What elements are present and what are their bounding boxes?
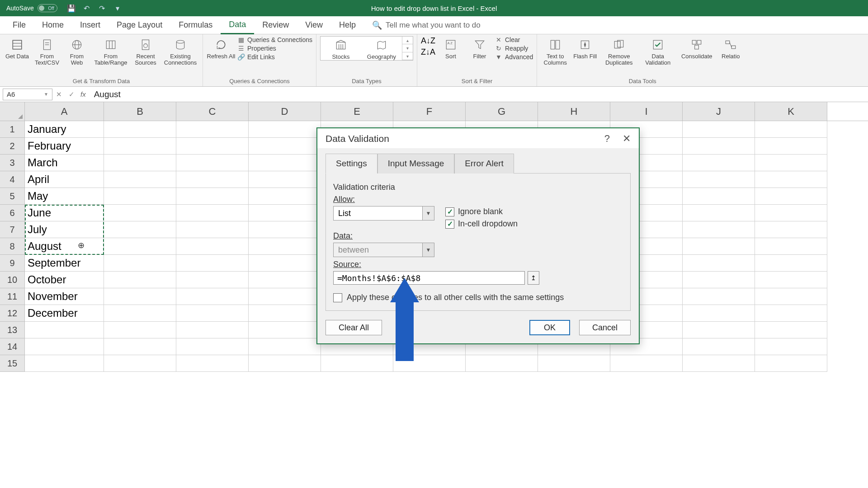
qat-customize-icon[interactable]: ▾ bbox=[113, 3, 123, 13]
data-types-gallery[interactable]: Stocks Geography ▴▾▾ bbox=[320, 36, 413, 61]
enter-formula-icon[interactable]: ✓ bbox=[65, 90, 78, 99]
clear-all-button[interactable]: Clear All bbox=[326, 320, 382, 335]
cell[interactable]: November bbox=[25, 288, 104, 305]
cell[interactable] bbox=[104, 338, 176, 355]
stocks-button[interactable]: Stocks bbox=[321, 37, 361, 60]
row-header[interactable]: 6 bbox=[0, 205, 25, 221]
source-input[interactable] bbox=[333, 271, 525, 285]
cell[interactable] bbox=[176, 238, 249, 255]
cell[interactable] bbox=[755, 272, 827, 288]
remove-duplicates-button[interactable]: Remove Duplicates bbox=[600, 36, 637, 66]
consolidate-button[interactable]: Consolidate bbox=[678, 36, 715, 60]
cell[interactable] bbox=[755, 338, 827, 355]
tab-settings[interactable]: Settings bbox=[326, 154, 377, 174]
cell[interactable]: October bbox=[25, 272, 104, 288]
queries-connections-button[interactable]: ▦Queries & Connections bbox=[237, 36, 312, 43]
cell[interactable] bbox=[104, 205, 176, 221]
cell[interactable] bbox=[755, 322, 827, 338]
autosave-toggle[interactable]: Off bbox=[38, 4, 57, 12]
cell[interactable]: April bbox=[25, 171, 104, 188]
chevron-down-icon[interactable]: ▼ bbox=[423, 206, 434, 221]
refresh-all-button[interactable]: Refresh All bbox=[207, 36, 236, 60]
cell[interactable] bbox=[104, 272, 176, 288]
cell[interactable] bbox=[176, 255, 249, 272]
cell[interactable]: July bbox=[25, 221, 104, 238]
cell[interactable]: December bbox=[25, 305, 104, 322]
redo-icon[interactable]: ↷ bbox=[97, 3, 107, 13]
col-header[interactable]: A bbox=[25, 102, 104, 121]
cell[interactable] bbox=[683, 221, 755, 238]
ignore-blank-checkbox[interactable]: ✓Ignore blank bbox=[445, 207, 518, 216]
undo-icon[interactable]: ↶ bbox=[82, 3, 92, 13]
from-text-csv-button[interactable]: From Text/CSV bbox=[33, 36, 61, 66]
close-icon[interactable]: ✕ bbox=[623, 133, 631, 145]
save-icon[interactable]: 💾 bbox=[66, 3, 76, 13]
row-header[interactable]: 5 bbox=[0, 188, 25, 205]
row-header[interactable]: 1 bbox=[0, 121, 25, 138]
cell[interactable] bbox=[104, 355, 176, 372]
tab-input-message[interactable]: Input Message bbox=[377, 154, 455, 174]
cell[interactable] bbox=[104, 322, 176, 338]
cell[interactable] bbox=[249, 288, 321, 305]
cell[interactable] bbox=[249, 171, 321, 188]
cell[interactable] bbox=[249, 188, 321, 205]
flash-fill-button[interactable]: Flash Fill bbox=[571, 36, 599, 60]
cell[interactable] bbox=[755, 188, 827, 205]
cell[interactable] bbox=[176, 138, 249, 155]
tab-review[interactable]: Review bbox=[254, 17, 297, 33]
col-header[interactable]: B bbox=[104, 102, 176, 121]
formula-input[interactable]: August bbox=[89, 89, 868, 99]
cell[interactable] bbox=[104, 221, 176, 238]
cell[interactable] bbox=[176, 288, 249, 305]
cell[interactable]: September bbox=[25, 255, 104, 272]
cell[interactable] bbox=[683, 238, 755, 255]
tab-insert[interactable]: Insert bbox=[72, 17, 108, 33]
col-header[interactable]: K bbox=[755, 102, 827, 121]
cell[interactable] bbox=[755, 171, 827, 188]
tell-me[interactable]: 🔍 Tell me what you want to do bbox=[372, 20, 481, 30]
cell[interactable] bbox=[104, 188, 176, 205]
col-header[interactable]: J bbox=[683, 102, 755, 121]
cell[interactable] bbox=[683, 171, 755, 188]
cell[interactable]: January bbox=[25, 121, 104, 138]
cell[interactable] bbox=[755, 221, 827, 238]
cell[interactable] bbox=[176, 155, 249, 171]
relationships-button[interactable]: Relatio bbox=[717, 36, 744, 60]
cell[interactable] bbox=[683, 338, 755, 355]
cell[interactable] bbox=[104, 171, 176, 188]
cell[interactable] bbox=[683, 121, 755, 138]
cell[interactable] bbox=[683, 305, 755, 322]
cell[interactable] bbox=[104, 255, 176, 272]
tab-data[interactable]: Data bbox=[221, 16, 254, 34]
col-header[interactable]: G bbox=[466, 102, 538, 121]
clear-button[interactable]: ✕Clear bbox=[495, 36, 533, 43]
cell[interactable] bbox=[25, 338, 104, 355]
row-header[interactable]: 12 bbox=[0, 305, 25, 322]
row-header[interactable]: 9 bbox=[0, 255, 25, 272]
cell[interactable] bbox=[249, 221, 321, 238]
cell[interactable] bbox=[683, 355, 755, 372]
tab-formulas[interactable]: Formulas bbox=[170, 17, 221, 33]
cell[interactable] bbox=[249, 322, 321, 338]
tab-help[interactable]: Help bbox=[331, 17, 364, 33]
autosave[interactable]: AutoSave Off bbox=[0, 4, 64, 12]
tab-file[interactable]: File bbox=[5, 17, 34, 33]
cell[interactable] bbox=[176, 338, 249, 355]
cell[interactable] bbox=[683, 322, 755, 338]
existing-connections-button[interactable]: Existing Connections bbox=[162, 36, 199, 66]
from-table-range-button[interactable]: From Table/Range bbox=[92, 36, 129, 66]
cell[interactable] bbox=[176, 188, 249, 205]
cell[interactable] bbox=[176, 121, 249, 138]
cell[interactable] bbox=[610, 355, 683, 372]
filter-button[interactable]: Filter bbox=[466, 36, 493, 60]
apply-checkbox[interactable] bbox=[333, 293, 342, 302]
name-box[interactable]: A6▼ bbox=[3, 89, 52, 100]
cell[interactable] bbox=[249, 205, 321, 221]
col-header[interactable]: F bbox=[393, 102, 466, 121]
get-data-button[interactable]: Get Data bbox=[4, 36, 31, 60]
cell[interactable] bbox=[755, 138, 827, 155]
cell[interactable] bbox=[249, 338, 321, 355]
cell[interactable] bbox=[176, 322, 249, 338]
cell[interactable] bbox=[466, 355, 538, 372]
row-header[interactable]: 13 bbox=[0, 322, 25, 338]
